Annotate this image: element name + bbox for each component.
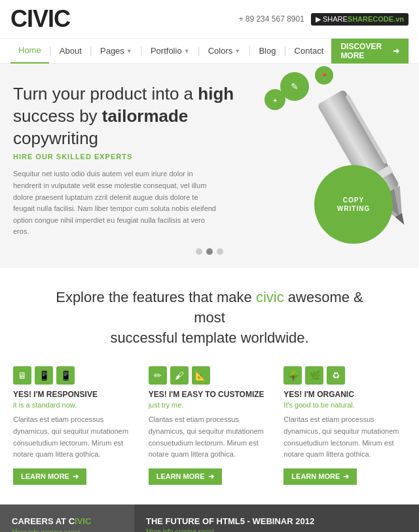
tablet-icon: 📱 (35, 366, 53, 385)
chevron-down-icon: ▼ (234, 48, 240, 54)
webinar-title: THE FUTURE OF HTML5 - WEBINAR 2012 (146, 516, 407, 526)
nav-blog[interactable]: Blog (251, 39, 283, 64)
mobile-icon: 📱 (56, 366, 75, 385)
bottom-section: CAREERS AT CIVIC More info coming soon! … (0, 504, 419, 532)
ruler-icon: 📐 (192, 366, 210, 385)
nav-about[interactable]: About (52, 39, 90, 64)
dot-2[interactable] (206, 248, 213, 255)
dot-3[interactable] (217, 248, 223, 255)
feature-3-learn-btn[interactable]: LEARN MORE ➜ (283, 468, 357, 485)
header-right: + 89 234 567 8901 ▶ SHARESHARECODE.vn (238, 13, 409, 26)
feature-3-title: YES! I'M ORGANIC (283, 390, 406, 399)
webinar-panel: THE FUTURE OF HTML5 - WEBINAR 2012 More … (134, 504, 419, 532)
recycle-icon: ♻ (327, 366, 345, 385)
sharecode-badge: ▶ SHARESHARECODE.vn (311, 13, 409, 26)
desktop-icon: 🖥 (13, 366, 31, 385)
careers-more-info: More info coming soon! (12, 529, 122, 532)
feature-2-learn-btn[interactable]: LEARN MORE ➜ (149, 468, 222, 485)
feature-2-body: Claritas est etiam processus dynamicus, … (149, 414, 271, 460)
leaf-icon: 🌿 (305, 366, 323, 385)
features-heading: Explore the features that make civic awe… (39, 288, 380, 348)
nav-pages[interactable]: Pages ▼ (92, 39, 140, 64)
site-header: CIVIC + 89 234 567 8901 ▶ SHARESHARECODE… (0, 0, 419, 39)
dot-1[interactable] (196, 248, 202, 255)
feature-responsive: 🖥 📱 📱 YES! I'M RESPONSIVE it is a standa… (13, 366, 136, 484)
feature-3-body: Claritas est etiam processus dynamicus, … (283, 414, 406, 460)
hero-dots (13, 248, 406, 255)
chevron-down-icon: ▼ (126, 48, 132, 54)
feature-icons-2: ✏ 🖌 📐 (149, 366, 271, 385)
nav-portfolio[interactable]: Portfolio ▼ (143, 39, 198, 64)
nav-home[interactable]: Home (10, 39, 49, 64)
nav-contact[interactable]: Contact (287, 39, 332, 64)
pencil-icon: ✏ (149, 366, 167, 385)
brush-icon: 🖌 (170, 366, 189, 385)
feature-2-title: YES! I'M EASY TO CUSTOMIZE (149, 390, 271, 399)
feature-1-body: Claritas est etiam processus dynamicus, … (13, 414, 136, 460)
svg-text:COPY: COPY (343, 197, 364, 204)
hero-section: Turn your product into a high success by… (0, 64, 419, 268)
chevron-down-icon: ▼ (184, 48, 190, 54)
svg-text:✎: ✎ (291, 81, 299, 92)
feature-1-subtitle: it is a standard now. (13, 401, 136, 409)
svg-text:📍: 📍 (320, 72, 329, 81)
features-section: Explore the features that make civic awe… (0, 268, 419, 504)
svg-text:✦: ✦ (272, 97, 278, 104)
feature-icons-3: 🌳 🌿 ♻ (283, 366, 406, 385)
tree-icon: 🌳 (283, 366, 302, 385)
webinar-more-info: More info coming soon! (146, 528, 407, 532)
feature-1-learn-btn[interactable]: LEARN MORE ➜ (13, 468, 86, 485)
feature-2-subtitle: just try me. (149, 401, 271, 409)
main-nav: Home | About | Pages ▼ | Portfolio ▼ | C… (0, 39, 419, 64)
discover-more-button[interactable]: DISCOVER MORE ➜ (331, 39, 409, 64)
feature-customize: ✏ 🖌 📐 YES! I'M EASY TO CUSTOMIZE just tr… (149, 366, 271, 484)
feature-1-title: YES! I'M RESPONSIVE (13, 390, 136, 399)
svg-text:WRITING: WRITING (337, 205, 370, 212)
hero-illustration: ✎ 📍 ✦ COPY WRITING (223, 64, 419, 249)
nav-colors[interactable]: Colors ▼ (200, 39, 249, 64)
feature-organic: 🌳 🌿 ♻ YES! I'M ORGANIC It's good to be n… (283, 366, 406, 484)
careers-title: CAREERS AT CIVIC (12, 516, 122, 526)
feature-3-subtitle: It's good to be natural. (283, 401, 406, 409)
site-logo: CIVIC (10, 5, 70, 33)
hero-body: Sequitur net iusto odio duis autem vel e… (13, 168, 216, 238)
careers-panel: CAREERS AT CIVIC More info coming soon! … (0, 504, 134, 532)
svg-point-12 (314, 165, 393, 244)
feature-icons-1: 🖥 📱 📱 (13, 366, 136, 385)
phone-number: + 89 234 567 8901 (238, 14, 304, 24)
features-grid: 🖥 📱 📱 YES! I'M RESPONSIVE it is a standa… (13, 366, 406, 484)
